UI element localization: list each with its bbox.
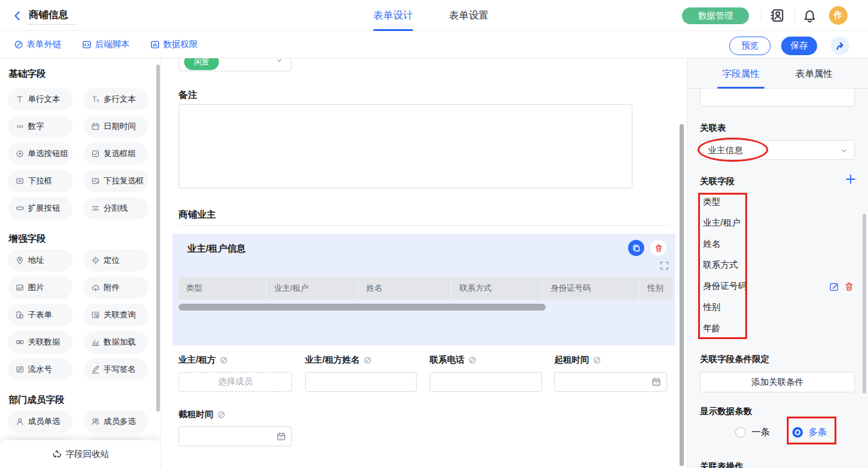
attachment-icon [91, 283, 100, 292]
panel-scrollbar[interactable] [862, 214, 866, 394]
recycle-icon [52, 449, 62, 459]
data-manage-button[interactable]: 数据管理 [682, 7, 749, 24]
expand-corner-icon[interactable] [660, 261, 669, 270]
edit-icon[interactable] [829, 281, 839, 292]
contact-book-icon[interactable] [770, 8, 785, 23]
field-pill-label: 下拉复选框 [104, 175, 144, 187]
status-select[interactable]: 闲置 [179, 58, 291, 71]
toolbar-link-1[interactable]: 后端脚本 [82, 39, 130, 50]
date-input[interactable]: 7 [554, 372, 667, 392]
related-table-select[interactable]: 业主信息 [700, 140, 855, 160]
field-pill-单选按钮组[interactable]: 单选按钮组 [8, 143, 73, 165]
field-pill-下拉复选框[interactable]: 下拉复选框 [84, 170, 148, 192]
field-pill-地址[interactable]: 地址 [8, 249, 73, 272]
related-field-item[interactable]: 身份证号码 [703, 275, 746, 296]
field-pill-单行文本[interactable]: 单行文本 [8, 88, 73, 110]
status-tag: 闲置 [184, 58, 219, 70]
field-pill-子表单[interactable]: 子表单 [8, 304, 73, 326]
radio-option-一条[interactable]: 一条 [735, 426, 770, 438]
canvas-field-起租时间[interactable]: 起租时间7 [554, 354, 667, 392]
add-condition-button[interactable]: 添加关联条件 [700, 372, 855, 392]
field-pill-关联查询[interactable]: 关联查询 [84, 304, 148, 326]
remark-textarea[interactable] [179, 104, 632, 188]
main-tab-form-design[interactable]: 表单设计 [373, 0, 413, 31]
section-divider [179, 225, 671, 226]
related-field-item[interactable]: 性别 [703, 296, 746, 317]
field-recycle-bin[interactable]: 字段回收站 [0, 440, 161, 468]
field-pill-日期时间[interactable]: 日期时间 [84, 115, 148, 138]
field-pill-附件[interactable]: 附件 [84, 276, 148, 299]
panel-tab-form-props[interactable]: 表单属性 [795, 58, 833, 89]
radio-icon[interactable] [792, 427, 803, 438]
main-tab-form-settings[interactable]: 表单设置 [449, 0, 489, 31]
field-pill-label: 单行文本 [28, 94, 60, 105]
radio-icon[interactable] [735, 427, 746, 438]
share-button[interactable] [831, 37, 849, 55]
related-field-item[interactable]: 年龄 [703, 317, 746, 338]
permission-icon [150, 40, 160, 50]
back-icon[interactable] [12, 10, 22, 21]
divider-icon [91, 204, 100, 213]
canvas-field-联系电话[interactable]: 联系电话 [430, 354, 542, 392]
field-pill-图片[interactable]: 图片 [8, 276, 73, 299]
display-count-label: 显示数据条数 [700, 406, 752, 417]
related-field-item[interactable]: 类型 [703, 191, 746, 212]
save-button[interactable]: 保存 [781, 37, 817, 55]
trash-icon[interactable] [844, 281, 854, 292]
address-icon [16, 256, 24, 265]
panel-tab-field-props[interactable]: 字段属性 [722, 58, 760, 89]
location-icon [91, 256, 100, 265]
related-field-item[interactable]: 联系方式 [703, 254, 746, 275]
canvas-field-业主/租方[interactable]: 业主/租方选择成员 [179, 354, 292, 392]
field-pill-label: 关联数据 [28, 337, 60, 348]
subform-field-selected[interactable]: 业主/租户信息 类型业主/租户姓名联系方式身份证号码性别 [172, 234, 675, 345]
avatar[interactable]: 作 [829, 6, 848, 25]
field-pill-label: 数字 [28, 121, 44, 132]
radio-option-多条[interactable]: 多条 [792, 426, 827, 438]
canvas-field-截租时间[interactable]: 截租时间7 [179, 408, 292, 446]
field-pill-label: 图片 [28, 282, 44, 293]
bell-icon[interactable] [802, 8, 817, 23]
member-picker-placeholder: 选择成员 [218, 376, 253, 387]
preview-button[interactable]: 预览 [729, 37, 771, 55]
text-input[interactable] [430, 372, 542, 392]
form-designer-app: 商铺信息 表单设计表单设置 数据管理 作 表单外链后端脚本数据权限 预览 保存 … [0, 0, 868, 468]
toolbar-link-0[interactable]: 表单外链 [14, 39, 61, 50]
field-pill-扩展按钮[interactable]: 扩展按钮 [8, 197, 73, 219]
field-pill-复选框组[interactable]: 复选框组 [84, 143, 148, 165]
related-field-item[interactable]: 姓名 [703, 233, 746, 254]
copy-field-button[interactable] [628, 240, 644, 256]
toolbar-link-2[interactable]: 数据权限 [150, 39, 198, 50]
field-pill-分割线[interactable]: 分割线 [84, 197, 148, 219]
member-picker[interactable]: 选择成员 [179, 372, 292, 392]
field-pill-关联数据[interactable]: 关联数据 [8, 331, 73, 353]
related-field-item[interactable]: 业主/租户 [703, 212, 746, 233]
toolbar-link-label: 后端脚本 [95, 39, 130, 50]
panel-top-input[interactable] [700, 89, 855, 107]
subtable-horizontal-scrollbar[interactable] [179, 304, 546, 311]
field-pill-成员多选[interactable]: 成员多选 [84, 410, 148, 433]
field-pill-成员单选[interactable]: 成员单选 [8, 410, 73, 433]
form-title: 商铺信息 [29, 9, 68, 22]
field-pill-数据加载[interactable]: 数据加载 [84, 331, 148, 353]
link-data-icon [16, 338, 24, 347]
field-pill-label: 数据加载 [104, 337, 136, 348]
canvas-scrollbar[interactable] [680, 124, 684, 466]
text-input[interactable] [305, 372, 417, 392]
plus-icon[interactable] [845, 174, 856, 185]
date-input[interactable]: 7 [179, 426, 292, 446]
field-pill-定位[interactable]: 定位 [84, 249, 148, 272]
property-panel: 字段属性表单属性 关联表 业主信息 关联字段 类型业主/租户姓名联系方式身份证号… [687, 58, 868, 468]
field-pill-数字[interactable]: 123数字 [8, 115, 73, 138]
field-pill-流水号[interactable]: 流水号 [8, 358, 73, 381]
canvas-field-业主/租方姓名[interactable]: 业主/租方姓名 [305, 354, 417, 392]
divider [761, 9, 761, 22]
sidebar-scrollbar[interactable] [156, 64, 160, 412]
delete-field-button[interactable] [650, 240, 666, 256]
field-pill-label: 子表单 [28, 309, 52, 320]
field-pill-多行文本[interactable]: 多行文本 [84, 88, 148, 110]
field-pill-下拉框[interactable]: 下拉框 [8, 170, 73, 192]
toolbar-link-label: 表单外链 [27, 39, 61, 50]
eye-off-icon [219, 356, 228, 364]
field-pill-手写签名[interactable]: 手写签名 [84, 358, 148, 381]
